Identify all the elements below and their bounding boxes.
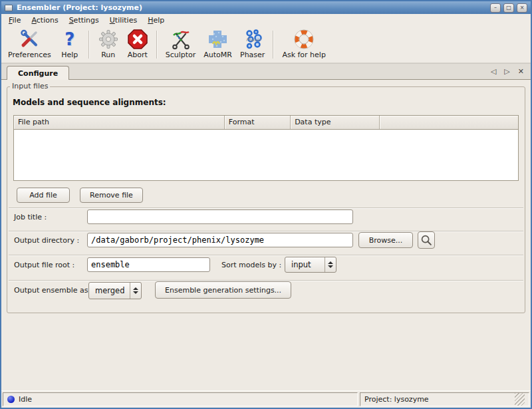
- tab-nav: ◁ ▷ ✕: [484, 67, 531, 79]
- file-table: File path Format Data type: [13, 115, 519, 181]
- close-button[interactable]: ×: [517, 3, 527, 13]
- input-files-group: Input files Models and sequence alignmen…: [7, 86, 525, 313]
- add-file-button[interactable]: Add file: [17, 188, 70, 203]
- output-directory-input[interactable]: [87, 233, 353, 247]
- toolbar-label: Phaser: [240, 51, 265, 59]
- dropdown-value: input: [285, 257, 325, 272]
- toolbar-label: Run: [101, 51, 115, 59]
- toolbar-label: Help: [61, 51, 78, 59]
- toolbar-automr[interactable]: AutoMR: [200, 28, 236, 60]
- job-title-input[interactable]: [87, 209, 353, 224]
- status-text: Idle: [19, 395, 32, 404]
- tab-scroll-right-icon[interactable]: ▷: [504, 67, 509, 76]
- file-table-body[interactable]: [14, 130, 518, 180]
- puzzle-helix-icon: [207, 29, 229, 50]
- window-title: Ensembler (Project: lysozyme): [17, 3, 486, 12]
- configure-panel: Input files Models and sequence alignmen…: [1, 79, 531, 390]
- group-title: Input files: [10, 82, 50, 90]
- svg-text:Phaser: Phaser: [246, 37, 261, 43]
- toolbar-label: Preferences: [8, 51, 51, 59]
- column-file-path[interactable]: File path: [14, 116, 225, 129]
- dropdown-value: merged: [89, 283, 130, 299]
- toolbar-label: Sculptor: [166, 51, 196, 59]
- menu-file[interactable]: File: [3, 15, 26, 26]
- minimize-button[interactable]: –: [490, 3, 501, 13]
- toolbar-sculptor[interactable]: Sculptor: [162, 28, 200, 60]
- tab-configure[interactable]: Configure: [7, 66, 69, 80]
- ensemble-generation-settings-button[interactable]: Ensemble generation settings...: [155, 281, 291, 299]
- menu-help[interactable]: Help: [142, 15, 170, 26]
- search-icon: [419, 233, 434, 247]
- output-directory-label: Output directory :: [14, 236, 79, 245]
- tab-label: Configure: [18, 69, 58, 78]
- output-ensemble-dropdown[interactable]: merged: [88, 282, 142, 299]
- project-panel: Project: lysozyme: [360, 392, 529, 406]
- menu-utilities[interactable]: Utilities: [104, 15, 142, 26]
- column-format[interactable]: Format: [225, 116, 291, 129]
- toolbar-phaser[interactable]: Phaser Phaser: [236, 28, 269, 60]
- toolbar-abort[interactable]: Abort: [123, 28, 152, 60]
- toolbar-preferences[interactable]: Preferences: [4, 28, 55, 60]
- scissors-icon: [170, 29, 192, 50]
- job-title-label: Job title :: [14, 213, 47, 221]
- ensembler-window: Ensembler (Project: lysozyme) – □ × File…: [0, 0, 532, 409]
- toolbar-label: Abort: [128, 51, 148, 59]
- browse-button[interactable]: Browse...: [358, 232, 413, 248]
- column-data-type[interactable]: Data type: [291, 116, 379, 129]
- titlebar[interactable]: Ensembler (Project: lysozyme) – □ ×: [1, 1, 531, 14]
- sort-models-by-label: Sort models by :: [221, 261, 281, 269]
- stop-x-icon: [127, 29, 148, 50]
- toolbar-separator: [273, 31, 274, 59]
- menu-settings[interactable]: Settings: [64, 15, 104, 26]
- question-mark-icon: ?: [59, 29, 80, 50]
- status-dot-icon: [7, 396, 15, 403]
- toolbar: Preferences ? Help: [1, 26, 531, 63]
- toolbar-label: Ask for help: [282, 51, 326, 59]
- output-ensemble-as-label: Output ensemble as :: [14, 286, 93, 295]
- maximize-button[interactable]: □: [503, 3, 514, 13]
- search-directory-button[interactable]: [418, 231, 435, 249]
- toolbar-ask-for-help[interactable]: Ask for help: [278, 28, 330, 60]
- remove-file-button[interactable]: Remove file: [80, 188, 143, 203]
- separator: [9, 231, 523, 232]
- tab-close-icon[interactable]: ✕: [518, 67, 524, 76]
- toolbar-label: AutoMR: [203, 51, 232, 59]
- menu-actions[interactable]: Actions: [26, 15, 63, 26]
- dropdown-arrows-icon: [325, 257, 336, 272]
- models-heading: Models and sequence alignments:: [13, 98, 166, 107]
- dropdown-arrows-icon: [130, 283, 141, 299]
- window-icon: [5, 5, 13, 11]
- lifebuoy-icon: [293, 29, 315, 50]
- separator: [9, 207, 523, 209]
- output-file-root-label: Output file root :: [14, 261, 74, 269]
- tab-scroll-left-icon[interactable]: ◁: [491, 67, 496, 76]
- project-text: Project: lysozyme: [364, 395, 429, 404]
- tools-icon: [19, 29, 40, 50]
- toolbar-separator: [156, 31, 158, 59]
- toolbar-help[interactable]: ? Help: [55, 28, 84, 60]
- column-empty[interactable]: [380, 116, 518, 129]
- menubar: File Actions Settings Utilities Help: [1, 14, 531, 26]
- output-file-root-input[interactable]: [87, 257, 210, 272]
- resize-grip[interactable]: [515, 393, 525, 406]
- toolbar-run[interactable]: Run: [94, 28, 123, 60]
- sort-models-dropdown[interactable]: input: [285, 257, 336, 273]
- gears-cluster-icon: Phaser: [242, 29, 263, 50]
- gear-icon: [98, 29, 119, 50]
- status-panel: Idle: [3, 392, 358, 406]
- separator: [9, 255, 523, 256]
- file-table-header: File path Format Data type: [14, 116, 518, 130]
- tab-bar: Configure ◁ ▷ ✕: [1, 63, 531, 79]
- status-bar: Idle Project: lysozyme: [1, 390, 531, 408]
- toolbar-separator: [88, 31, 90, 59]
